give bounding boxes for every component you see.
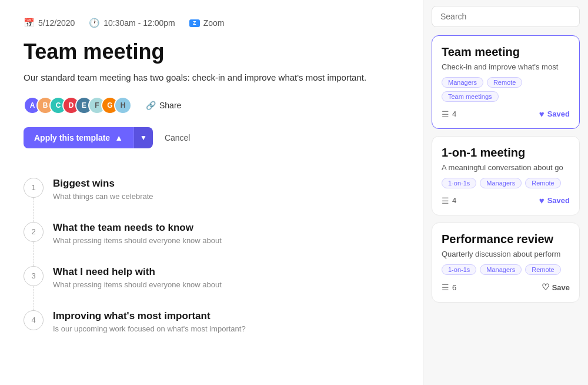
count-value: 6: [452, 283, 456, 292]
agenda-content-2: What the team needs to know What pressin…: [53, 222, 222, 245]
cancel-button[interactable]: Cancel: [160, 127, 195, 148]
meta-bar: 📅 5/12/2020 🕐 10:30am - 12:00pm Z Zoom: [24, 18, 399, 28]
platform-text: Zoom: [203, 18, 225, 28]
card-count-performance: ☰ 6: [442, 283, 456, 292]
heart-icon: ♥: [539, 109, 544, 119]
left-panel: 📅 5/12/2020 🕐 10:30am - 12:00pm Z Zoom T…: [0, 0, 423, 385]
search-input[interactable]: [432, 6, 580, 27]
agenda-content-1: Biggest wins What things can we celebrat…: [53, 178, 153, 201]
agenda-item: 4 Improving what's most important Is our…: [24, 300, 399, 344]
tag: 1-on-1s: [442, 264, 476, 275]
agenda-subtitle-4: Is our upcoming work focused on what's m…: [53, 324, 246, 333]
agenda-item: 1 Biggest wins What things can we celebr…: [24, 167, 399, 211]
save-button-team-meeting[interactable]: ♥ Saved: [539, 109, 570, 119]
card-title-performance: Performance review: [442, 233, 570, 246]
tags-row-1on1: 1-on-1s Managers Remote: [442, 178, 570, 188]
step-number-4: 4: [24, 310, 44, 330]
save-label: Saved: [547, 196, 570, 205]
avatar: H: [114, 97, 132, 114]
template-card-1on1[interactable]: 1-on-1 meeting A meaningful conversation…: [432, 136, 580, 215]
save-label: Save: [552, 283, 570, 292]
card-count-team-meeting: ☰ 4: [442, 109, 456, 119]
clock-icon: 🕐: [89, 18, 100, 28]
card-desc-performance: Quarterly discussion about perform: [442, 250, 570, 258]
date-text: 5/12/2020: [38, 18, 75, 28]
save-button-performance[interactable]: ♡ Save: [542, 282, 570, 293]
share-label: Share: [159, 101, 181, 110]
tag: Remote: [525, 178, 561, 188]
agenda-content-4: Improving what's most important Is our u…: [53, 310, 246, 333]
card-desc-1on1: A meaningful conversation about go: [442, 163, 570, 172]
apply-button-group: Apply this template ▲ ▼: [24, 127, 153, 148]
apply-label: Apply this template: [34, 133, 110, 142]
right-panel: Team meeting Check-in and improve what's…: [423, 0, 588, 385]
tag: Remote: [525, 264, 561, 275]
template-card-team-meeting[interactable]: Team meeting Check-in and improve what's…: [432, 35, 580, 129]
agenda-subtitle-3: What pressing items should everyone know…: [53, 280, 222, 289]
agenda-item: 3 What I need help with What pressing it…: [24, 255, 399, 300]
zoom-icon: Z: [189, 19, 200, 27]
step-number-2: 2: [24, 222, 44, 242]
page-title: Team meeting: [24, 39, 399, 64]
tag: Managers: [480, 178, 522, 188]
apply-template-button[interactable]: Apply this template ▲: [24, 127, 133, 148]
agenda-content-3: What I need help with What pressing item…: [53, 266, 222, 289]
card-footer-team-meeting: ☰ 4 ♥ Saved: [442, 109, 570, 119]
template-card-performance-review[interactable]: Performance review Quarterly discussion …: [432, 223, 580, 303]
time-text: 10:30am - 12:00pm: [103, 18, 175, 28]
agenda-list: 1 Biggest wins What things can we celebr…: [24, 167, 399, 344]
platform-item: Z Zoom: [189, 18, 225, 28]
heart-outline-icon: ♡: [542, 282, 549, 293]
heart-icon: ♥: [539, 195, 544, 205]
action-row: Apply this template ▲ ▼ Cancel: [24, 127, 399, 148]
agenda-subtitle-2: What pressing items should everyone know…: [53, 236, 222, 245]
agenda-title-3: What I need help with: [53, 266, 222, 278]
share-icon: 🔗: [146, 101, 156, 110]
apply-dropdown-button[interactable]: ▼: [133, 127, 153, 148]
card-count-1on1: ☰ 4: [442, 196, 456, 205]
agenda-subtitle-1: What things can we celebrate: [53, 192, 153, 201]
date-item: 📅 5/12/2020: [24, 18, 75, 28]
card-desc-team-meeting: Check-in and improve what's most: [442, 62, 570, 71]
avatars-group: A B C D E F G H: [24, 97, 132, 114]
card-title-1on1: 1-on-1 meeting: [442, 146, 570, 160]
agenda-title-2: What the team needs to know: [53, 222, 222, 234]
agenda-item: 2 What the team needs to know What press…: [24, 211, 399, 255]
chevron-down-icon: ▼: [140, 134, 147, 142]
list-icon: ☰: [442, 283, 449, 292]
card-footer-1on1: ☰ 4 ♥ Saved: [442, 195, 570, 205]
step-number-1: 1: [24, 178, 44, 198]
card-title-team-meeting: Team meeting: [442, 45, 570, 59]
save-button-1on1[interactable]: ♥ Saved: [539, 195, 570, 205]
count-value: 4: [452, 109, 456, 118]
share-button[interactable]: 🔗 Share: [141, 98, 186, 112]
agenda-title-1: Biggest wins: [53, 178, 153, 190]
step-number-3: 3: [24, 266, 44, 286]
agenda-title-4: Improving what's most important: [53, 310, 246, 322]
description: Our standard team meeting has two goals:…: [24, 71, 394, 85]
time-item: 🕐 10:30am - 12:00pm: [89, 18, 175, 28]
tag: Managers: [480, 264, 522, 275]
count-value: 4: [452, 196, 456, 205]
save-label: Saved: [547, 109, 570, 118]
tag: Team meetings: [442, 91, 499, 102]
card-footer-performance: ☰ 6 ♡ Save: [442, 282, 570, 293]
chevron-up-icon: ▲: [115, 133, 123, 142]
tag: Remote: [487, 77, 523, 88]
tags-row-performance: 1-on-1s Managers Remote: [442, 264, 570, 275]
list-icon: ☰: [442, 196, 449, 205]
avatars-row: A B C D E F G H 🔗 Share: [24, 97, 399, 114]
tag: 1-on-1s: [442, 178, 476, 188]
tag: Managers: [442, 77, 483, 88]
tags-row-team-meeting: Managers Remote Team meetings: [442, 77, 570, 102]
list-icon: ☰: [442, 109, 449, 119]
calendar-icon: 📅: [24, 18, 35, 28]
